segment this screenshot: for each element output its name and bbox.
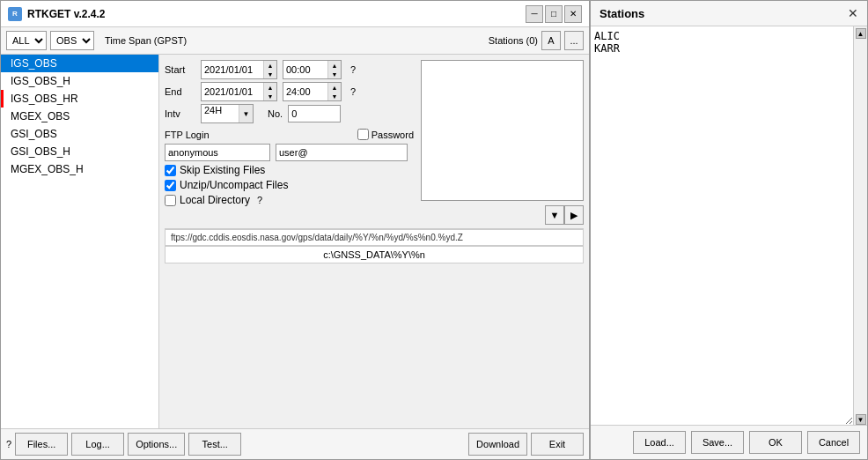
ftp-username-input[interactable]: [165, 144, 270, 161]
scroll-up-btn[interactable]: ▲: [856, 28, 866, 39]
intv-dropdown-arrow[interactable]: ▼: [239, 105, 253, 122]
end-date-input[interactable]: [202, 83, 263, 100]
source-item-igs-obs-hr[interactable]: IGS_OBS_HR: [1, 90, 158, 108]
start-date-up-button[interactable]: ▲: [264, 61, 276, 70]
title-bar: R RTKGET v.2.4.2 ─ □ ✕: [1, 1, 589, 27]
download-button[interactable]: Download: [468, 433, 527, 456]
stations-panel-title-bar: Stations ✕: [591, 1, 867, 26]
exit-button[interactable]: Exit: [531, 433, 584, 456]
end-label: End: [165, 86, 195, 97]
unzip-row: Unzip/Uncompact Files: [165, 179, 414, 191]
stations-count-label: Stations (0): [489, 35, 538, 46]
files-button[interactable]: Files...: [15, 433, 68, 456]
source-item-mgex-obs-h[interactable]: MGEX_OBS_H: [1, 160, 158, 178]
end-question: ?: [350, 86, 356, 97]
end-time-input-group: ▲ ▼: [283, 82, 342, 101]
app-title: RTKGET v.2.4.2: [27, 8, 105, 20]
test-button[interactable]: Test...: [188, 433, 241, 456]
app-icon: R: [8, 7, 22, 21]
restore-button[interactable]: □: [545, 5, 563, 23]
end-date-up-button[interactable]: ▲: [264, 83, 276, 92]
stations-panel: Stations ✕ ALIC KARR ▲ ▼ Load... Save...…: [590, 0, 868, 460]
password-checkbox-label[interactable]: Password: [357, 129, 414, 140]
end-date-input-group: ▲ ▼: [201, 82, 277, 101]
intv-row: Intv 24H ▼ No.: [165, 104, 414, 123]
right-panel: Start ▲ ▼ ▲ ▼: [159, 55, 589, 428]
start-date-input-group: ▲ ▼: [201, 60, 277, 79]
main-content: IGS_OBS IGS_OBS_H IGS_OBS_HR MGEX_OBS GS…: [1, 55, 589, 428]
bottom-area: ftps://gdc.cddis.eosdis.nasa.gov/gps/dat…: [165, 228, 584, 263]
local-dir-question: ?: [257, 195, 262, 205]
no-input[interactable]: [288, 105, 341, 122]
start-time-input-group: ▲ ▼: [283, 60, 342, 79]
filter-all-dropdown[interactable]: ALL: [6, 31, 47, 50]
source-item-gsi-obs-h[interactable]: GSI_OBS_H: [1, 143, 158, 160]
end-date-down-button[interactable]: ▼: [264, 92, 276, 100]
local-dir-checkbox[interactable]: [165, 195, 176, 206]
start-date-input[interactable]: [202, 61, 263, 78]
start-time-down-button[interactable]: ▼: [328, 70, 341, 78]
skip-files-checkbox[interactable]: [165, 165, 176, 176]
password-checkbox[interactable]: [357, 129, 369, 140]
ftp-login-label: FTP Login: [165, 130, 210, 140]
stations-panel-title-text: Stations: [600, 7, 644, 20]
stations-panel-close-button[interactable]: ✕: [848, 6, 858, 20]
source-list: IGS_OBS IGS_OBS_H IGS_OBS_HR MGEX_OBS GS…: [1, 55, 159, 428]
stations-panel-footer: Load... Save... OK Cancel: [591, 425, 867, 459]
stations-textarea[interactable]: [421, 60, 584, 201]
right-top: Start ▲ ▼ ▲ ▼: [165, 60, 584, 225]
window-controls: ─ □ ✕: [526, 5, 582, 23]
local-dir-row: Local Directory ?: [165, 194, 414, 206]
unzip-checkbox[interactable]: [165, 180, 176, 191]
help-question: ?: [6, 439, 11, 449]
stations-cancel-button[interactable]: Cancel: [807, 431, 860, 454]
toolbar-row: ALL OBS Time Span (GPST) Stations (0) A …: [1, 27, 589, 55]
stations-scroll-right[interactable]: ▶: [564, 205, 584, 225]
start-label: Start: [165, 64, 195, 75]
stations-a-button[interactable]: A: [541, 31, 561, 50]
source-item-mgex-obs[interactable]: MGEX_OBS: [1, 108, 158, 125]
intv-dropdown[interactable]: 24H ▼: [201, 104, 254, 123]
end-time-input[interactable]: [283, 83, 327, 100]
start-time-input[interactable]: [283, 61, 327, 78]
log-button[interactable]: Log...: [71, 433, 124, 456]
filter-obs-dropdown[interactable]: OBS: [50, 31, 94, 50]
time-span-label: Time Span (GPST): [105, 35, 187, 46]
stations-section: ▼ ▶: [421, 60, 584, 225]
end-time-down-button[interactable]: ▼: [328, 92, 341, 100]
ftp-credentials-row: [165, 144, 414, 161]
start-date-down-button[interactable]: ▼: [264, 70, 276, 78]
end-row: End ▲ ▼ ▲ ▼: [165, 82, 414, 101]
url-bar: ftps://gdc.cddis.eosdis.nasa.gov/gps/dat…: [165, 229, 584, 246]
dir-bar: c:\GNSS_DATA\%Y\%n: [165, 246, 584, 263]
bottom-toolbar: ? Files... Log... Options... Test... Dow…: [1, 428, 589, 459]
ftp-login-row: FTP Login Password: [165, 129, 414, 140]
stations-save-button[interactable]: Save...: [691, 431, 744, 454]
start-question: ?: [350, 64, 356, 75]
intv-label: Intv: [165, 108, 195, 119]
close-button[interactable]: ✕: [564, 5, 582, 23]
stations-dots-button[interactable]: ...: [564, 31, 584, 50]
main-window: R RTKGET v.2.4.2 ─ □ ✕ ALL OBS Time Span…: [0, 0, 590, 460]
ftp-password-input[interactable]: [276, 144, 408, 161]
skip-files-label: Skip Existing Files: [180, 164, 265, 176]
source-item-igs-obs[interactable]: IGS_OBS: [1, 55, 158, 72]
source-item-gsi-obs[interactable]: GSI_OBS: [1, 125, 158, 143]
stations-list-textarea[interactable]: ALIC KARR: [591, 26, 853, 425]
start-row: Start ▲ ▼ ▲ ▼: [165, 60, 414, 79]
local-dir-label: Local Directory: [180, 194, 250, 206]
unzip-label: Unzip/Uncompact Files: [180, 179, 288, 191]
options-button[interactable]: Options...: [128, 433, 185, 456]
no-label: No.: [268, 108, 283, 119]
stations-ok-button[interactable]: OK: [749, 431, 802, 454]
skip-files-row: Skip Existing Files: [165, 164, 414, 176]
time-section: Start ▲ ▼ ▲ ▼: [165, 60, 414, 225]
source-item-igs-obs-h[interactable]: IGS_OBS_H: [1, 72, 158, 90]
end-time-up-button[interactable]: ▲: [328, 83, 341, 92]
minimize-button[interactable]: ─: [526, 5, 543, 23]
stations-scrollbar: ▲ ▼: [853, 26, 867, 425]
stations-load-button[interactable]: Load...: [633, 431, 686, 454]
start-time-up-button[interactable]: ▲: [328, 61, 341, 70]
stations-scroll-down[interactable]: ▼: [545, 205, 564, 225]
scroll-down-btn[interactable]: ▼: [856, 414, 866, 425]
